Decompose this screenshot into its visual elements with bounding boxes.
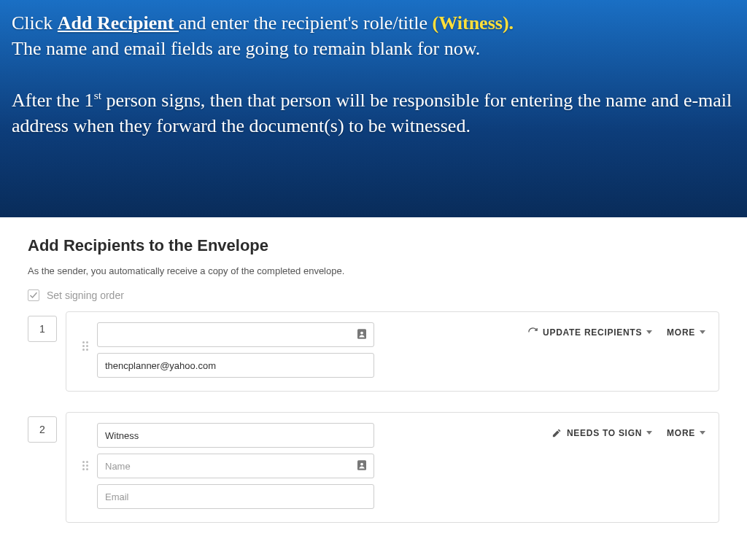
signing-order-label: Set signing order <box>47 289 124 301</box>
recipient-actions: NEEDS TO SIGN MORE <box>551 423 705 438</box>
witness-highlight: (Witness). <box>433 12 514 34</box>
p2-b: person signs, then that person will be r… <box>12 90 732 136</box>
instruction-line-1: Click Add Recipient and enter the recipi… <box>12 10 735 36</box>
p2-sup: st <box>94 90 101 102</box>
contact-book-icon[interactable] <box>355 327 368 341</box>
needs-to-sign-button[interactable]: NEEDS TO SIGN <box>551 427 652 438</box>
signing-order-toggle[interactable]: Set signing order <box>28 289 719 301</box>
recipient-row: 1 UPDATE RECIPIENTS <box>28 311 719 392</box>
drag-icon <box>82 461 88 470</box>
add-recipient-link-text: Add Recipient <box>58 12 179 34</box>
more-button[interactable]: MORE <box>667 428 705 438</box>
panel-subtitle: As the sender, you automatically receive… <box>28 265 719 276</box>
chevron-down-icon <box>646 431 652 435</box>
instruction-line-2: The name and email fields are going to r… <box>12 36 735 61</box>
order-number-input[interactable]: 2 <box>28 416 57 443</box>
action-label: UPDATE RECIPIENTS <box>543 327 642 338</box>
drag-handle[interactable] <box>80 322 91 351</box>
email-input[interactable] <box>97 484 374 509</box>
panel-title: Add Recipients to the Envelope <box>28 236 719 255</box>
svg-point-1 <box>360 332 363 335</box>
instruction-paragraph-2: After the 1st person signs, then that pe… <box>12 88 735 139</box>
text-rest: and enter the recipient's role/title <box>179 12 433 34</box>
more-label: MORE <box>667 428 695 438</box>
more-button[interactable]: MORE <box>667 327 705 338</box>
email-field-wrap <box>97 484 374 509</box>
recipient-row: 2 NEEDS TO SIGN <box>28 412 719 523</box>
role-field-wrap <box>97 423 374 448</box>
name-field-wrap <box>97 322 374 347</box>
role-input[interactable] <box>97 423 374 448</box>
drag-handle[interactable] <box>80 423 91 470</box>
svg-point-3 <box>360 463 363 466</box>
instruction-slide: Click Add Recipient and enter the recipi… <box>0 0 747 217</box>
email-field-wrap <box>97 353 374 378</box>
action-label: NEEDS TO SIGN <box>567 428 642 438</box>
contact-book-icon[interactable] <box>355 459 368 472</box>
chevron-down-icon <box>700 330 705 334</box>
text-click: Click <box>12 12 58 34</box>
email-input[interactable] <box>97 353 374 378</box>
recipient-actions: UPDATE RECIPIENTS MORE <box>527 322 705 338</box>
refresh-icon <box>527 327 538 338</box>
order-number-input[interactable]: 1 <box>28 316 57 342</box>
recipient-card: UPDATE RECIPIENTS MORE <box>66 311 719 392</box>
recipient-fields <box>97 423 374 509</box>
drag-icon <box>82 341 88 351</box>
chevron-down-icon <box>646 330 652 334</box>
checkbox-icon <box>28 289 39 301</box>
recipient-fields <box>97 322 374 378</box>
more-label: MORE <box>667 327 695 338</box>
name-field-wrap <box>97 454 374 478</box>
recipient-card: NEEDS TO SIGN MORE <box>66 412 719 523</box>
recipients-panel: Add Recipients to the Envelope As the se… <box>0 217 747 560</box>
p2-a: After the 1 <box>12 90 94 111</box>
chevron-down-icon <box>700 431 705 435</box>
pen-icon <box>551 427 562 438</box>
update-recipients-button[interactable]: UPDATE RECIPIENTS <box>527 327 652 338</box>
name-input[interactable] <box>97 454 374 478</box>
name-input[interactable] <box>97 322 374 347</box>
